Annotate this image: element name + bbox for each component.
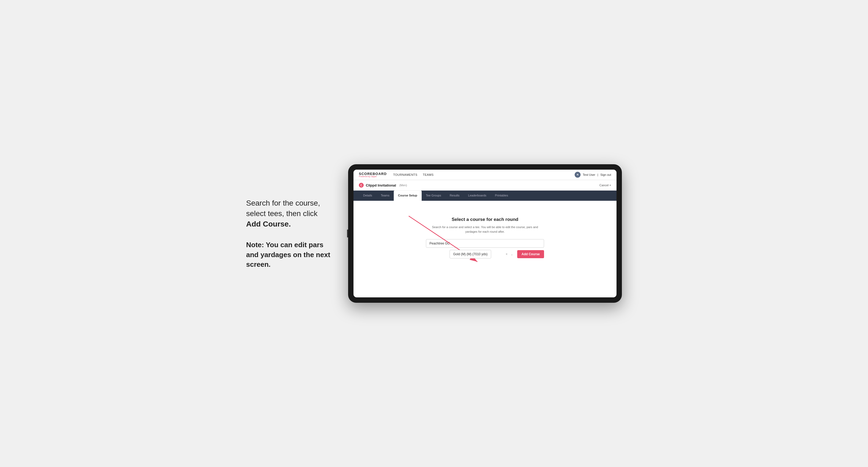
tab-course-setup[interactable]: Course Setup (394, 191, 422, 201)
tournament-icon: C (359, 183, 364, 188)
tab-printables[interactable]: Printables (491, 191, 513, 201)
tee-select-wrapper: Gold (M) (M) (7010 yds) × ⌄ (426, 250, 515, 258)
tab-leaderboards[interactable]: Leaderboards (464, 191, 491, 201)
tournament-title: C Clippd Invitational (Men) (359, 183, 407, 188)
nav-tournaments[interactable]: TOURNAMENTS (393, 173, 417, 176)
main-content: Select a course for each round Search fo… (353, 201, 617, 298)
instructions-panel: Search for the course, select tees, then… (246, 198, 332, 270)
user-label: Test User (583, 173, 595, 176)
tournament-header: C Clippd Invitational (Men) Cancel × (353, 180, 617, 191)
tab-tee-groups[interactable]: Tee Groups (422, 191, 445, 201)
cancel-button[interactable]: Cancel × (599, 184, 611, 187)
tournament-name: Clippd Invitational (366, 183, 396, 187)
top-nav-left: SCOREBOARD Powered by clippd TOURNAMENTS… (359, 172, 434, 178)
nav-teams[interactable]: TEAMS (423, 173, 433, 176)
tee-dropdown-icon: ⌄ (511, 253, 513, 256)
sign-out-link[interactable]: Sign out (600, 173, 611, 176)
user-avatar: R (575, 172, 581, 178)
tournament-sub: (Men) (399, 184, 407, 187)
top-nav-right: R Test User | Sign out (575, 172, 611, 178)
tab-details[interactable]: Details (359, 191, 377, 201)
nav-links: TOURNAMENTS TEAMS (393, 173, 434, 176)
tablet-frame: SCOREBOARD Powered by clippd TOURNAMENTS… (348, 164, 622, 303)
instruction-text: Search for the course, select tees, then… (246, 198, 332, 229)
tee-select[interactable]: Gold (M) (M) (7010 yds) (450, 250, 491, 258)
instruction-bold: Add Course. (246, 220, 291, 228)
tab-teams[interactable]: Teams (377, 191, 394, 201)
page-wrapper: Search for the course, select tees, then… (246, 164, 622, 303)
section-title: Select a course for each round (426, 217, 544, 222)
sub-nav: Details Teams Course Setup Tee Groups Re… (353, 191, 617, 201)
note-text: Note: You can edit pars and yardages on … (246, 240, 332, 269)
section-desc: Search for a course and select a tee. Yo… (426, 225, 544, 234)
logo-area: SCOREBOARD Powered by clippd (359, 172, 387, 178)
add-course-button[interactable]: Add Course (517, 250, 544, 258)
tablet-screen: SCOREBOARD Powered by clippd TOURNAMENTS… (353, 169, 617, 298)
course-search-input[interactable] (426, 239, 544, 248)
tee-clear-icon[interactable]: × (506, 252, 507, 256)
tablet-side-button (347, 229, 348, 238)
top-nav: SCOREBOARD Powered by clippd TOURNAMENTS… (353, 169, 617, 180)
tee-select-row: Gold (M) (M) (7010 yds) × ⌄ Add Course (426, 250, 544, 258)
content-card: Select a course for each round Search fo… (426, 217, 544, 258)
tab-results[interactable]: Results (445, 191, 464, 201)
nav-separator: | (597, 173, 598, 176)
